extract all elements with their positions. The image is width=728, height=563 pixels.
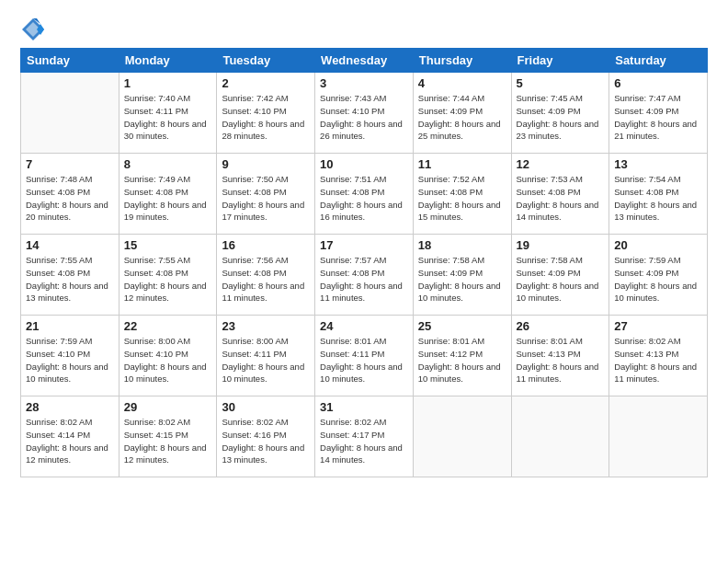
day-info: Sunrise: 7:45 AM Sunset: 4:09 PM Dayligh… [517, 92, 605, 143]
day-info: Sunrise: 7:44 AM Sunset: 4:09 PM Dayligh… [418, 92, 506, 143]
weekday-header-wednesday: Wednesday [315, 49, 414, 73]
day-number: 9 [222, 157, 310, 171]
weekday-header-friday: Friday [511, 49, 609, 73]
weekday-header-row: SundayMondayTuesdayWednesdayThursdayFrid… [21, 49, 708, 73]
weekday-header-tuesday: Tuesday [217, 49, 315, 73]
day-cell: 5Sunrise: 7:45 AM Sunset: 4:09 PM Daylig… [511, 73, 609, 154]
day-info: Sunrise: 7:58 AM Sunset: 4:09 PM Dayligh… [418, 254, 506, 304]
day-number: 6 [614, 76, 702, 90]
day-number: 21 [26, 319, 114, 333]
day-number: 27 [614, 319, 702, 333]
day-info: Sunrise: 8:01 AM Sunset: 4:11 PM Dayligh… [320, 335, 408, 385]
day-cell: 25Sunrise: 8:01 AM Sunset: 4:12 PM Dayli… [413, 316, 511, 396]
week-row-3: 14Sunrise: 7:55 AM Sunset: 4:08 PM Dayli… [21, 235, 708, 316]
day-number: 11 [418, 157, 506, 171]
day-cell: 7Sunrise: 7:48 AM Sunset: 4:08 PM Daylig… [21, 154, 119, 235]
day-number: 17 [320, 238, 408, 252]
weekday-header-thursday: Thursday [413, 49, 511, 73]
day-cell [511, 396, 609, 477]
day-cell: 14Sunrise: 7:55 AM Sunset: 4:08 PM Dayli… [21, 235, 119, 316]
day-info: Sunrise: 8:02 AM Sunset: 4:17 PM Dayligh… [320, 416, 408, 466]
day-info: Sunrise: 7:53 AM Sunset: 4:08 PM Dayligh… [517, 173, 605, 224]
day-number: 10 [320, 157, 408, 171]
day-number: 25 [418, 319, 506, 333]
day-number: 19 [517, 238, 605, 252]
day-number: 18 [418, 238, 506, 252]
day-cell: 19Sunrise: 7:58 AM Sunset: 4:09 PM Dayli… [511, 235, 609, 316]
day-cell: 4Sunrise: 7:44 AM Sunset: 4:09 PM Daylig… [413, 73, 511, 154]
day-number: 4 [418, 76, 506, 90]
day-number: 2 [222, 76, 310, 90]
day-number: 30 [222, 400, 310, 414]
day-cell: 21Sunrise: 7:59 AM Sunset: 4:10 PM Dayli… [21, 316, 119, 396]
day-cell: 26Sunrise: 8:01 AM Sunset: 4:13 PM Dayli… [511, 316, 609, 396]
day-cell: 3Sunrise: 7:43 AM Sunset: 4:10 PM Daylig… [315, 73, 414, 154]
day-number: 28 [26, 400, 114, 414]
day-info: Sunrise: 7:59 AM Sunset: 4:10 PM Dayligh… [26, 335, 114, 385]
week-row-4: 21Sunrise: 7:59 AM Sunset: 4:10 PM Dayli… [21, 316, 708, 396]
day-number: 12 [517, 157, 605, 171]
week-row-2: 7Sunrise: 7:48 AM Sunset: 4:08 PM Daylig… [21, 154, 708, 235]
day-info: Sunrise: 7:52 AM Sunset: 4:08 PM Dayligh… [418, 173, 506, 224]
day-cell: 17Sunrise: 7:57 AM Sunset: 4:08 PM Dayli… [315, 235, 414, 316]
day-number: 7 [26, 157, 114, 171]
day-cell: 18Sunrise: 7:58 AM Sunset: 4:09 PM Dayli… [413, 235, 511, 316]
day-cell [413, 396, 511, 477]
day-cell: 24Sunrise: 8:01 AM Sunset: 4:11 PM Dayli… [315, 316, 414, 396]
day-info: Sunrise: 7:50 AM Sunset: 4:08 PM Dayligh… [222, 173, 310, 224]
day-info: Sunrise: 8:02 AM Sunset: 4:13 PM Dayligh… [614, 335, 702, 385]
header [20, 17, 708, 42]
calendar: SundayMondayTuesdayWednesdayThursdayFrid… [20, 48, 708, 477]
day-number: 31 [320, 400, 408, 414]
day-cell: 16Sunrise: 7:56 AM Sunset: 4:08 PM Dayli… [217, 235, 315, 316]
day-number: 13 [614, 157, 702, 171]
day-cell: 6Sunrise: 7:47 AM Sunset: 4:09 PM Daylig… [609, 73, 708, 154]
day-number: 20 [614, 238, 702, 252]
day-cell: 12Sunrise: 7:53 AM Sunset: 4:08 PM Dayli… [511, 154, 609, 235]
day-cell: 8Sunrise: 7:49 AM Sunset: 4:08 PM Daylig… [119, 154, 217, 235]
day-cell: 15Sunrise: 7:55 AM Sunset: 4:08 PM Dayli… [119, 235, 217, 316]
logo [20, 17, 50, 42]
day-info: Sunrise: 7:59 AM Sunset: 4:09 PM Dayligh… [614, 254, 702, 304]
day-info: Sunrise: 7:40 AM Sunset: 4:11 PM Dayligh… [124, 92, 212, 143]
day-cell [609, 396, 708, 477]
day-info: Sunrise: 7:48 AM Sunset: 4:08 PM Dayligh… [26, 173, 114, 224]
day-info: Sunrise: 7:55 AM Sunset: 4:08 PM Dayligh… [26, 254, 114, 304]
weekday-header-monday: Monday [119, 49, 217, 73]
day-info: Sunrise: 7:49 AM Sunset: 4:08 PM Dayligh… [124, 173, 212, 224]
day-cell: 13Sunrise: 7:54 AM Sunset: 4:08 PM Dayli… [609, 154, 708, 235]
day-number: 22 [124, 319, 212, 333]
week-row-5: 28Sunrise: 8:02 AM Sunset: 4:14 PM Dayli… [21, 396, 708, 477]
weekday-header-saturday: Saturday [609, 49, 708, 73]
day-number: 8 [124, 157, 212, 171]
day-info: Sunrise: 7:43 AM Sunset: 4:10 PM Dayligh… [320, 92, 408, 143]
day-info: Sunrise: 7:47 AM Sunset: 4:09 PM Dayligh… [614, 92, 702, 143]
day-number: 24 [320, 319, 408, 333]
day-cell: 10Sunrise: 7:51 AM Sunset: 4:08 PM Dayli… [315, 154, 414, 235]
page: SundayMondayTuesdayWednesdayThursdayFrid… [0, 0, 728, 563]
day-number: 5 [517, 76, 605, 90]
day-number: 23 [222, 319, 310, 333]
day-info: Sunrise: 8:02 AM Sunset: 4:14 PM Dayligh… [26, 416, 114, 466]
day-cell: 31Sunrise: 8:02 AM Sunset: 4:17 PM Dayli… [315, 396, 414, 477]
day-number: 1 [124, 76, 212, 90]
day-info: Sunrise: 7:55 AM Sunset: 4:08 PM Dayligh… [124, 254, 212, 304]
week-row-1: 1Sunrise: 7:40 AM Sunset: 4:11 PM Daylig… [21, 73, 708, 154]
day-number: 14 [26, 238, 114, 252]
day-cell: 23Sunrise: 8:00 AM Sunset: 4:11 PM Dayli… [217, 316, 315, 396]
day-info: Sunrise: 7:56 AM Sunset: 4:08 PM Dayligh… [222, 254, 310, 304]
day-info: Sunrise: 8:02 AM Sunset: 4:16 PM Dayligh… [222, 416, 310, 466]
day-info: Sunrise: 8:01 AM Sunset: 4:13 PM Dayligh… [517, 335, 605, 385]
day-number: 15 [124, 238, 212, 252]
day-cell: 27Sunrise: 8:02 AM Sunset: 4:13 PM Dayli… [609, 316, 708, 396]
day-cell: 28Sunrise: 8:02 AM Sunset: 4:14 PM Dayli… [21, 396, 119, 477]
day-number: 16 [222, 238, 310, 252]
day-number: 29 [124, 400, 212, 414]
day-cell: 30Sunrise: 8:02 AM Sunset: 4:16 PM Dayli… [217, 396, 315, 477]
day-info: Sunrise: 7:42 AM Sunset: 4:10 PM Dayligh… [222, 92, 310, 143]
logo-icon [20, 17, 46, 42]
weekday-header-sunday: Sunday [21, 49, 119, 73]
day-info: Sunrise: 7:57 AM Sunset: 4:08 PM Dayligh… [320, 254, 408, 304]
day-info: Sunrise: 7:54 AM Sunset: 4:08 PM Dayligh… [614, 173, 702, 224]
day-info: Sunrise: 7:51 AM Sunset: 4:08 PM Dayligh… [320, 173, 408, 224]
